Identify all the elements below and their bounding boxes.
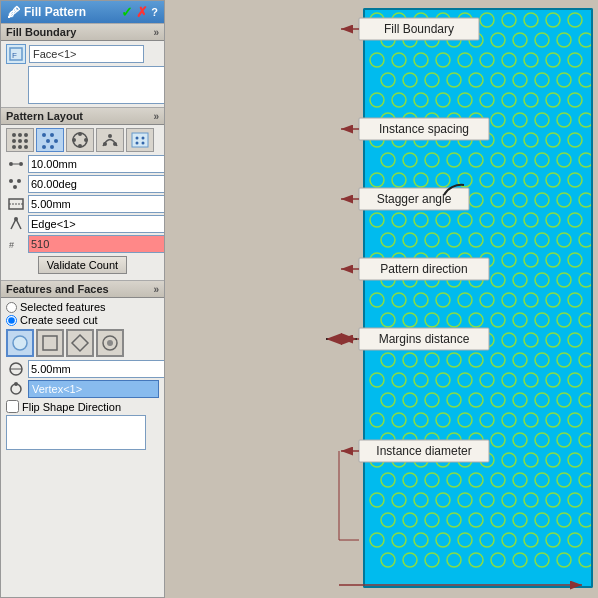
fill-boundary-label: Fill Boundary [6, 26, 76, 38]
svg-rect-41 [43, 336, 57, 350]
svg-point-322 [447, 553, 461, 567]
cancel-button[interactable]: ✗ [136, 4, 148, 20]
svg-point-83 [469, 73, 483, 87]
svg-marker-42 [72, 335, 88, 351]
svg-point-304 [491, 513, 505, 527]
vertex-input[interactable] [28, 380, 159, 398]
shape-diamond-button[interactable] [66, 329, 94, 357]
svg-point-200 [403, 313, 417, 327]
svg-point-91 [414, 93, 428, 107]
svg-point-181 [425, 273, 439, 287]
svg-point-265 [513, 433, 527, 447]
svg-point-58 [568, 13, 582, 27]
pattern-type-stagger[interactable] [36, 128, 64, 152]
svg-point-204 [491, 313, 505, 327]
svg-point-153 [458, 213, 472, 227]
svg-point-3 [18, 133, 22, 137]
svg-point-259 [381, 433, 395, 447]
svg-point-162 [447, 233, 461, 247]
svg-point-233 [458, 373, 472, 387]
confirm-button[interactable]: ✓ [121, 4, 133, 20]
svg-point-51 [414, 13, 428, 27]
svg-point-242 [447, 393, 461, 407]
shape-custom-button[interactable] [96, 329, 124, 357]
svg-point-93 [458, 93, 472, 107]
svg-point-174 [480, 253, 494, 267]
svg-point-308 [579, 513, 593, 527]
pattern-type-grid[interactable] [6, 128, 34, 152]
validate-count-button[interactable]: Validate Count [38, 256, 127, 274]
shape-circle-button[interactable] [6, 329, 34, 357]
svg-point-127 [557, 153, 571, 167]
svg-point-62 [447, 33, 461, 47]
svg-point-141 [425, 193, 439, 207]
vertex-icon [6, 380, 26, 398]
stagger-icon [6, 175, 26, 193]
svg-point-231 [414, 373, 428, 387]
pattern-layout-header[interactable]: Pattern Layout » [1, 107, 164, 125]
create-seed-radio[interactable] [6, 315, 17, 326]
svg-point-256 [524, 413, 538, 427]
svg-point-134 [480, 173, 494, 187]
fill-boundary-collapse-icon[interactable]: » [153, 27, 159, 38]
svg-point-4 [24, 133, 28, 137]
svg-point-263 [469, 433, 483, 447]
count-icon: # [6, 235, 26, 253]
dot-pattern-svg [365, 10, 593, 588]
svg-point-206 [535, 313, 549, 327]
svg-point-278 [568, 453, 582, 467]
svg-point-44 [107, 340, 113, 346]
svg-point-131 [414, 173, 428, 187]
svg-point-80 [403, 73, 417, 87]
margin-input[interactable] [28, 195, 165, 213]
instance-input[interactable] [28, 360, 165, 378]
pattern-type-curve[interactable] [96, 128, 124, 152]
svg-point-210 [392, 333, 406, 347]
instance-diameter-row: ▲ ▼ [6, 360, 159, 378]
selected-features-radio[interactable] [6, 302, 17, 313]
pattern-layout-label: Pattern Layout [6, 110, 83, 122]
svg-point-138 [568, 173, 582, 187]
fill-boundary-section: F [1, 41, 164, 107]
svg-point-220 [403, 353, 417, 367]
svg-point-325 [513, 553, 527, 567]
svg-point-170 [392, 253, 406, 267]
face-input[interactable] [29, 45, 144, 63]
svg-point-252 [436, 413, 450, 427]
flip-shape-checkbox[interactable] [6, 400, 19, 413]
svg-point-21 [84, 138, 88, 142]
features-faces-collapse-icon[interactable]: » [153, 284, 159, 295]
shape-square-button[interactable] [36, 329, 64, 357]
features-faces-header[interactable]: Features and Faces » [1, 280, 164, 298]
edge-input[interactable] [28, 215, 165, 233]
svg-point-225 [513, 353, 527, 367]
svg-point-71 [414, 53, 428, 67]
svg-point-192 [436, 293, 450, 307]
spacing-input[interactable] [28, 155, 165, 173]
count-input[interactable] [28, 235, 165, 253]
svg-point-75 [502, 53, 516, 67]
svg-point-213 [458, 333, 472, 347]
panel-title: 🖉 Fill Pattern ✓ ✗ ? [1, 1, 164, 23]
svg-point-315 [502, 533, 516, 547]
spacing-spinner: ▲ ▼ [28, 155, 165, 173]
svg-point-235 [502, 373, 516, 387]
svg-point-18 [78, 132, 82, 136]
svg-point-56 [524, 13, 538, 27]
svg-point-64 [491, 33, 505, 47]
fill-boundary-header[interactable]: Fill Boundary » [1, 23, 164, 41]
vertex-row [6, 380, 159, 398]
help-icon[interactable]: ? [151, 6, 158, 18]
pattern-layout-collapse-icon[interactable]: » [153, 111, 159, 122]
svg-point-232 [436, 373, 450, 387]
shape-preview-box [6, 415, 146, 450]
stagger-input[interactable] [28, 175, 165, 193]
svg-point-301 [425, 513, 439, 527]
svg-point-182 [447, 273, 461, 287]
svg-point-319 [381, 553, 395, 567]
pattern-type-circular[interactable] [66, 128, 94, 152]
svg-point-148 [579, 193, 593, 207]
svg-point-135 [502, 173, 516, 187]
pattern-type-fill[interactable] [126, 128, 154, 152]
svg-point-292 [436, 493, 450, 507]
